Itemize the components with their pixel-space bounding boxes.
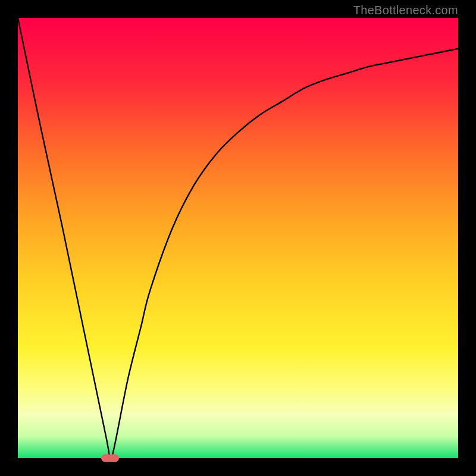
chart-frame: TheBottleneck.com [0,0,476,476]
bottleneck-curve [18,18,458,458]
optimum-marker [101,455,119,462]
attribution-text: TheBottleneck.com [353,4,458,17]
curve-path [18,18,458,458]
plot-area [18,18,458,458]
